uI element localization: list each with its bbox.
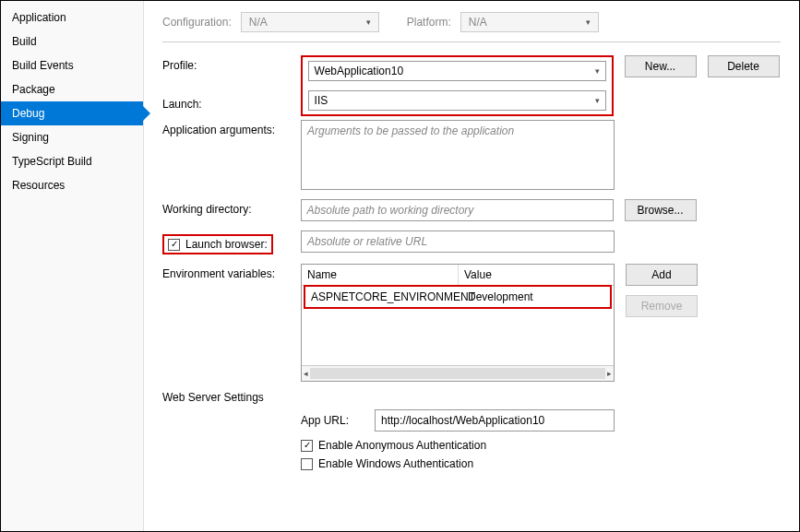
profile-dropdown[interactable]: WebApplication10▾ [308, 61, 606, 81]
config-row: Configuration: N/A▾ Platform: N/A▾ [162, 12, 781, 32]
env-table-row[interactable]: ASPNETCORE_ENVIRONMENT Development [305, 287, 610, 307]
working-dir-label: Working directory: [162, 199, 301, 216]
app-args-input[interactable]: Arguments to be passed to the applicatio… [301, 120, 615, 190]
add-button[interactable]: Add [626, 264, 698, 286]
env-vars-label: Environment variables: [162, 264, 301, 280]
configuration-label: Configuration: [162, 16, 232, 29]
sidebar-item-signing[interactable]: Signing [1, 125, 143, 149]
sidebar-item-package[interactable]: Package [1, 77, 143, 101]
sidebar-item-application[interactable]: Application [1, 6, 143, 30]
chevron-down-icon: ▾ [595, 66, 600, 76]
delete-button[interactable]: Delete [708, 55, 780, 77]
env-table-header: Name Value [302, 265, 614, 286]
browse-button[interactable]: Browse... [625, 199, 697, 221]
sidebar-item-build[interactable]: Build [1, 30, 143, 53]
new-button[interactable]: New... [625, 55, 697, 77]
enable-anonymous-checkbox[interactable]: ✓ [301, 440, 313, 452]
main-panel: Configuration: N/A▾ Platform: N/A▾ Profi… [144, 1, 799, 531]
app-url-input[interactable]: http://localhost/WebApplication10 [375, 409, 615, 432]
sidebar-item-typescript-build[interactable]: TypeScript Build [1, 149, 143, 173]
launch-browser-label: Launch browser: [185, 238, 268, 251]
sidebar-item-resources[interactable]: Resources [1, 173, 143, 197]
env-header-name: Name [302, 265, 459, 285]
launch-label: Launch: [162, 98, 301, 111]
chevron-down-icon: ▾ [586, 18, 591, 27]
launch-browser-input[interactable]: Absolute or relative URL [301, 231, 615, 253]
app-args-label: Application arguments: [162, 120, 301, 136]
enable-windows-checkbox[interactable] [301, 458, 313, 470]
sidebar-item-build-events[interactable]: Build Events [1, 53, 143, 77]
sidebar: Application Build Build Events Package D… [1, 1, 144, 531]
profile-label: Profile: [162, 55, 301, 72]
env-scrollbar[interactable]: ◂ ▸ [302, 365, 614, 381]
scroll-right-icon[interactable]: ▸ [607, 369, 612, 378]
configuration-dropdown: N/A▾ [241, 12, 379, 32]
highlight-env-row: ASPNETCORE_ENVIRONMENT Development [304, 285, 612, 309]
chevron-down-icon: ▾ [366, 18, 371, 27]
remove-button: Remove [626, 295, 698, 317]
sidebar-item-debug[interactable]: Debug [1, 101, 143, 125]
web-server-settings-header: Web Server Settings [162, 391, 781, 404]
env-header-value: Value [459, 265, 614, 285]
app-url-label: App URL: [301, 414, 375, 427]
highlight-profile-launch: WebApplication10▾ IIS▾ [301, 55, 614, 116]
launch-dropdown[interactable]: IIS▾ [308, 90, 606, 111]
launch-browser-checkbox[interactable]: ✓ [168, 239, 180, 251]
scroll-left-icon[interactable]: ◂ [304, 369, 308, 378]
working-dir-input[interactable]: Absolute path to working directory [301, 199, 614, 221]
highlight-launch-browser: ✓ Launch browser: [162, 234, 273, 254]
chevron-down-icon: ▾ [595, 96, 600, 105]
platform-label: Platform: [407, 16, 451, 29]
platform-dropdown: N/A▾ [460, 12, 599, 32]
enable-anonymous-label: Enable Anonymous Authentication [318, 439, 486, 452]
enable-windows-label: Enable Windows Authentication [318, 457, 473, 470]
env-vars-table[interactable]: Name Value ASPNETCORE_ENVIRONMENT Develo… [301, 264, 615, 382]
divider [162, 41, 781, 42]
